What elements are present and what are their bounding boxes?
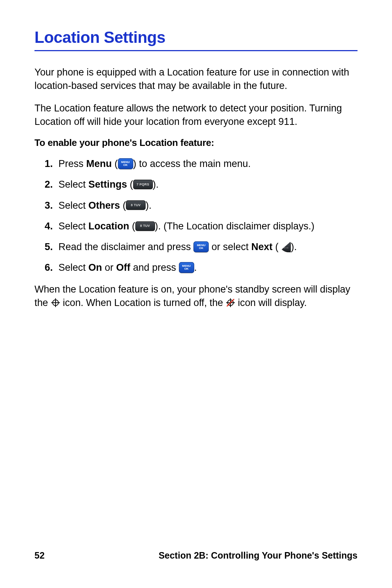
key-7-icon — [133, 180, 153, 189]
key-8-icon — [126, 200, 146, 210]
step-bold: Menu — [86, 158, 112, 169]
step-bold: Settings — [89, 179, 127, 190]
step-5: Read the disclaimer and press or select … — [48, 240, 358, 254]
step-bold: Others — [89, 200, 120, 211]
step-3: Select Others (). — [48, 199, 358, 212]
step-bold: On — [89, 262, 102, 273]
step-text: Read the disclaimer and press — [58, 241, 193, 252]
step-text: ( — [120, 200, 126, 211]
step-bold: Next — [251, 241, 273, 252]
step-text: ). — [146, 200, 152, 211]
step-1: Press Menu () to access the main menu. — [48, 157, 358, 171]
location-off-icon — [226, 298, 235, 307]
step-text: Select — [58, 200, 89, 211]
step-text: ). — [291, 241, 297, 252]
step-text: Select — [58, 221, 89, 232]
intro-paragraph-2: The Location feature allows the network … — [34, 102, 358, 129]
page-number: 52 — [34, 550, 45, 561]
instruction-list: Press Menu () to access the main menu. S… — [34, 157, 358, 275]
menu-ok-key-icon — [118, 158, 133, 169]
step-text: ). (The Location disclaimer displays.) — [155, 221, 315, 232]
step-text: . — [194, 262, 197, 273]
step-text: and press — [130, 262, 179, 273]
step-6: Select On or Off and press . — [48, 261, 358, 274]
step-bold: Location — [89, 221, 130, 232]
menu-ok-key-icon — [193, 241, 209, 252]
step-text: or select — [209, 241, 251, 252]
location-on-icon — [51, 298, 60, 307]
step-text: ( — [129, 221, 135, 232]
subheading: To enable your phone's Location feature: — [34, 137, 358, 148]
step-text: ( — [273, 241, 279, 252]
step-text: ( — [127, 179, 133, 190]
step-text: ) to access the main menu. — [133, 158, 251, 169]
page-title: Location Settings — [34, 28, 358, 51]
softkey-icon — [278, 241, 291, 252]
section-label: Section 2B: Controlling Your Phone's Set… — [159, 550, 358, 561]
step-text: Select — [58, 179, 89, 190]
step-text: ( — [112, 158, 118, 169]
step-2: Select Settings (). — [48, 178, 358, 191]
closing-paragraph: When the Location feature is on, your ph… — [34, 283, 358, 310]
step-text: Select — [58, 262, 89, 273]
closing-text: icon. When Location is turned off, the — [63, 297, 226, 308]
key-8-icon — [135, 221, 155, 231]
step-text: or — [102, 262, 116, 273]
page-footer: 52 Section 2B: Controlling Your Phone's … — [34, 550, 358, 561]
step-bold: Off — [116, 262, 130, 273]
closing-text: icon will display. — [238, 297, 307, 308]
intro-paragraph-1: Your phone is equipped with a Location f… — [34, 66, 358, 93]
step-text: Press — [58, 158, 86, 169]
menu-ok-key-icon — [179, 262, 194, 273]
step-4: Select Location (). (The Location discla… — [48, 220, 358, 233]
step-text: ). — [153, 179, 159, 190]
